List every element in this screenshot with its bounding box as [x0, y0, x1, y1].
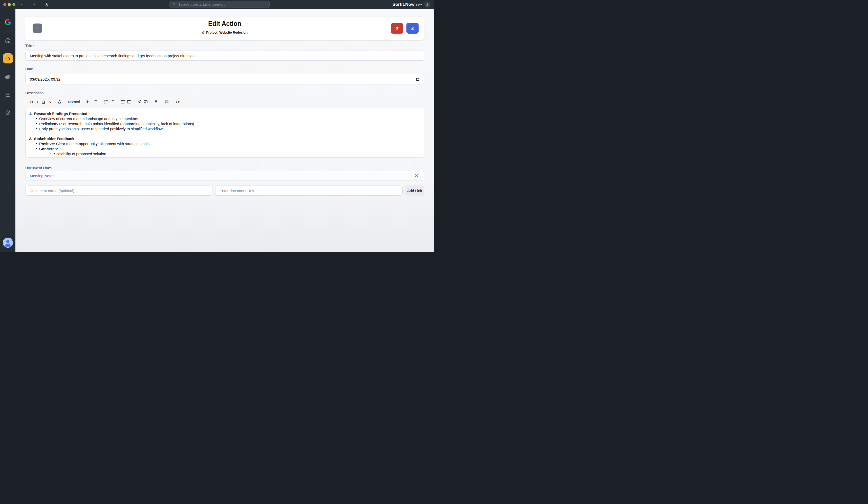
editor-bullet: Early prototype insights: users responde… [29, 126, 419, 132]
document-link[interactable]: Meeting Notes [30, 174, 54, 178]
italic-button[interactable]: I [35, 98, 41, 105]
people-icon [4, 74, 11, 80]
indent-button[interactable] [126, 98, 132, 105]
title-input[interactable] [30, 54, 420, 58]
description-editor[interactable]: 1.Research Findings Presented Overview o… [25, 108, 424, 158]
description-label: Description [25, 91, 44, 95]
user-avatar[interactable] [3, 238, 13, 248]
beta-badge: BETA [416, 4, 422, 6]
nav-forward-icon[interactable] [32, 2, 37, 7]
save-button[interactable] [406, 23, 418, 34]
timer-icon[interactable] [43, 2, 49, 7]
table-button[interactable] [164, 98, 170, 105]
editor-bullet: Concerns: [29, 146, 419, 151]
rich-text-toolbar: B I U S A Normal [29, 98, 180, 106]
format-select[interactable]: Normal [68, 100, 89, 104]
home-icon [5, 37, 11, 43]
title-label: Title * [25, 44, 35, 48]
main-content: Edit Action Project: Website Redesign [16, 9, 434, 252]
brand-sort-bars-icon[interactable] [424, 1, 431, 8]
check-circle-icon [5, 110, 11, 116]
brand-name: Sortit.Now [393, 2, 414, 7]
search-input[interactable] [178, 2, 267, 7]
bullet-list-button[interactable] [109, 98, 115, 105]
blockquote-button[interactable]: ❞ [153, 98, 159, 105]
sidebar-item-projects[interactable] [3, 53, 13, 63]
bullet-list-icon [110, 99, 115, 104]
align-button[interactable] [93, 98, 99, 105]
document-url-field[interactable] [215, 186, 403, 196]
sidebar-item-google[interactable] [4, 19, 11, 25]
date-field[interactable]: 03/09/2025, 09:32 [25, 74, 424, 84]
google-g-icon [4, 19, 11, 25]
traffic-light-zoom[interactable] [12, 3, 16, 6]
global-search[interactable] [169, 1, 270, 8]
brand-area: Sortit.Now BETA [393, 0, 431, 9]
save-icon [411, 26, 414, 30]
editor-bullet: Positive: Clear market opportunity; alig… [29, 141, 419, 146]
indent-icon [127, 99, 131, 104]
calendar-icon [5, 92, 11, 97]
ordered-list-icon [104, 99, 108, 104]
edit-action-header-card: Edit Action Project: Website Redesign [25, 17, 424, 40]
page-title: Edit Action [25, 20, 424, 27]
image-icon [143, 99, 148, 104]
editor-bullet: Preliminary user research: pain points i… [29, 121, 419, 126]
project-subtitle: Project: Website Redesign [25, 31, 424, 34]
date-label: Date [25, 67, 33, 71]
bold-button[interactable]: B [29, 98, 35, 105]
title-field[interactable] [25, 51, 424, 61]
date-picker-icon[interactable] [416, 77, 420, 81]
underline-button[interactable]: U [41, 98, 47, 105]
sidebar-item-people[interactable] [4, 74, 11, 80]
sidebar [0, 9, 16, 252]
document-url-input[interactable] [219, 189, 398, 193]
sidebar-item-calendar[interactable] [5, 92, 11, 97]
ordered-list-button[interactable] [103, 98, 109, 105]
editor-heading: 2.Stakeholder Feedback [29, 136, 419, 141]
format-select-value: Normal [68, 100, 80, 104]
top-bar: Sortit.Now BETA [0, 0, 434, 9]
add-link-button[interactable]: Add Link [405, 186, 424, 196]
traffic-light-close[interactable] [3, 3, 6, 6]
briefcase-icon [5, 56, 11, 61]
editor-bullet: Overview of current market landscape and… [29, 116, 419, 121]
text-color-button[interactable]: A [56, 98, 62, 105]
image-button[interactable] [143, 98, 149, 105]
editor-sub-bullet: Scalability of proposed solution. [29, 151, 419, 156]
sidebar-item-done[interactable] [5, 110, 11, 116]
editor-heading: 1.Research Findings Presented [29, 111, 419, 116]
strikethrough-button[interactable]: S [47, 98, 53, 105]
select-arrows-icon [86, 100, 89, 103]
project-label: Project: Website Redesign [206, 31, 248, 34]
person-icon [3, 238, 13, 248]
app-window: Sortit.Now BETA [0, 0, 434, 252]
traffic-light-minimize[interactable] [8, 3, 11, 6]
nav-back-icon[interactable] [19, 2, 24, 7]
delete-button[interactable] [391, 23, 403, 34]
document-name-input[interactable] [30, 189, 208, 193]
remove-link-icon[interactable]: ✕ [413, 171, 420, 180]
search-icon [172, 3, 176, 6]
outdent-icon [121, 99, 125, 104]
clear-format-button[interactable]: Tx [175, 98, 180, 105]
link-button[interactable] [137, 98, 143, 105]
document-link-row: Meeting Notes ✕ [25, 171, 424, 181]
link-icon [137, 99, 142, 104]
document-links-label: Document Links [25, 166, 52, 170]
editor-sub-bullet: Need for stronger evidence on cost-benef… [29, 156, 419, 158]
outdent-button[interactable] [120, 98, 126, 105]
document-name-field[interactable] [25, 186, 213, 196]
table-icon [165, 99, 169, 104]
align-icon [93, 99, 98, 104]
date-value: 03/09/2025, 09:32 [30, 77, 60, 81]
trash-icon [395, 26, 399, 31]
sidebar-item-home[interactable] [5, 37, 11, 43]
lock-icon [202, 31, 205, 34]
